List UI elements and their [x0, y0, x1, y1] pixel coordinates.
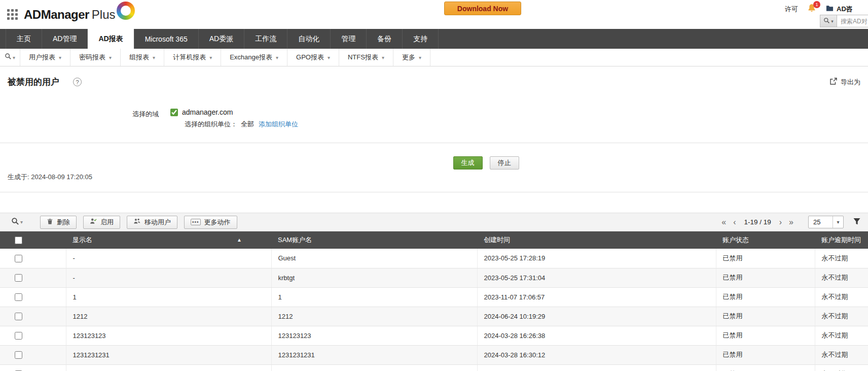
nav-tab[interactable]: 主页	[6, 29, 42, 49]
global-search-input[interactable]	[837, 15, 868, 27]
column-header-status[interactable]: 账户状态	[716, 231, 815, 249]
report-category-menu[interactable]: 更多 ▾	[393, 49, 430, 66]
last-page-button[interactable]: »	[785, 218, 797, 226]
cell-account-status: 已禁用	[716, 326, 815, 345]
next-page-button[interactable]: ›	[776, 218, 785, 226]
nav-tab-label: 备份	[377, 35, 391, 44]
sort-ascending-icon[interactable]: ▲	[237, 237, 242, 243]
table-toolbar: ▾ 删除 启用 移动用户 •••	[0, 213, 868, 231]
select-all-checkbox[interactable]	[15, 237, 22, 244]
help-icon[interactable]: ?	[73, 78, 82, 86]
cell-sam-account: krbtgt	[271, 268, 477, 287]
filter-button[interactable]	[853, 217, 861, 227]
nav-tab[interactable]: 备份	[367, 29, 403, 49]
report-category-menu[interactable]: 用户报表 ▾	[20, 49, 70, 66]
column-header-display-name[interactable]: 显示名 ▲	[66, 231, 271, 249]
pagination-range: 1-19 / 19	[744, 218, 771, 226]
report-category-menu[interactable]: NTFS报表 ▾	[339, 49, 393, 66]
row-checkbox[interactable]	[15, 255, 22, 262]
table-row[interactable]: 1212 1212 2024-06-24 10:19:29 已禁用 永不过期	[0, 307, 868, 326]
table-row[interactable]: - Guest 2023-05-25 17:28:19 已禁用 永不过期	[0, 249, 868, 268]
cell-account-status: 已禁用	[716, 307, 815, 326]
nav-tab-label: AD报表	[98, 35, 123, 44]
table-row[interactable]: - krbtgt 2023-05-25 17:31:04 已禁用 永不过期	[0, 268, 868, 287]
nav-tab[interactable]: 支持	[403, 29, 439, 49]
search-icon	[11, 217, 19, 227]
search-icon	[5, 53, 12, 62]
nav-tab[interactable]: 自动化	[287, 29, 331, 49]
report-category-menu[interactable]: GPO报表 ▾	[287, 49, 339, 66]
cell-sam-account: Guest	[271, 249, 477, 268]
chevron-down-icon: ▾	[276, 55, 278, 60]
stop-button[interactable]: 停止	[490, 156, 519, 170]
nav-tab[interactable]: AD管理	[42, 29, 88, 49]
table-search-button[interactable]: ▾	[11, 217, 23, 227]
report-category-menu[interactable]: Exchange报表 ▾	[221, 49, 287, 66]
report-category-label: 计算机报表	[173, 53, 206, 62]
export-button[interactable]: 导出为	[829, 77, 860, 87]
report-category-menu[interactable]: 组报表 ▾	[121, 49, 164, 66]
report-category-menu[interactable]: 密码报表 ▾	[70, 49, 121, 66]
table-row[interactable]: 123123123 123123123 2024-03-28 16:26:38 …	[0, 326, 868, 345]
generate-button[interactable]: 生成	[453, 156, 483, 170]
cell-display-name: 123567	[66, 364, 271, 371]
enable-label: 启用	[100, 218, 114, 227]
column-header-sam[interactable]: SAM账户名	[271, 231, 477, 249]
chevron-down-icon: ▾	[20, 219, 23, 225]
app-launcher-icon[interactable]	[7, 9, 18, 20]
download-now-button[interactable]: Download Now	[444, 2, 521, 15]
report-content: 被禁用的用户 ? 导出为 选择的域 admanager.com 选择的组织单位：…	[0, 76, 868, 371]
table-row[interactable]: 123567 123567 2024-01-17 10:20:36 已禁用 永不…	[0, 364, 868, 371]
cell-display-name: 1	[66, 287, 271, 307]
delete-label: 删除	[57, 218, 70, 227]
chevron-down-icon: ▾	[382, 55, 384, 60]
row-checkbox[interactable]	[15, 351, 22, 359]
column-header-created[interactable]: 创建时间	[477, 231, 716, 249]
nav-tab-label: 管理	[341, 35, 355, 44]
ad-explorer-button[interactable]: AD咨	[825, 5, 853, 14]
add-ou-link[interactable]: 添加组织单位	[259, 120, 298, 129]
global-search: ▾	[820, 15, 868, 27]
ou-value: 全部	[241, 120, 254, 129]
logo-text-light: Plus	[92, 8, 116, 22]
nav-tab-label: 主页	[17, 35, 31, 44]
row-checkbox[interactable]	[15, 332, 22, 340]
search-scope-button[interactable]: ▾	[820, 15, 837, 27]
cell-account-status: 已禁用	[716, 249, 815, 268]
report-category-label: 用户报表	[29, 53, 55, 62]
cell-account-expiry: 永不过期	[815, 326, 868, 345]
chevron-down-icon: ▾	[153, 55, 155, 60]
first-page-button[interactable]: «	[718, 218, 730, 226]
row-checkbox[interactable]	[15, 293, 22, 301]
domain-checkbox[interactable]	[170, 109, 178, 116]
more-actions-button[interactable]: ••• 更多动作	[184, 216, 237, 229]
nav-tab[interactable]: AD委派	[199, 29, 244, 49]
more-actions-icon: •••	[191, 219, 201, 225]
domain-name: admanager.com	[182, 108, 233, 116]
row-checkbox[interactable]	[15, 274, 22, 282]
nav-tab[interactable]: 管理	[331, 29, 367, 49]
report-category-menu[interactable]: 计算机报表 ▾	[164, 49, 221, 66]
page-size-dropdown[interactable]: 25 ▾	[808, 216, 844, 228]
nav-tab[interactable]: 工作流	[244, 29, 287, 49]
notifications-button[interactable]: 1	[807, 4, 816, 15]
prev-page-button[interactable]: ‹	[730, 218, 739, 226]
nav-tab[interactable]: Microsoft 365	[134, 29, 199, 49]
delete-button[interactable]: 删除	[40, 216, 77, 229]
nav-tab[interactable]: AD报表	[88, 29, 134, 49]
chevron-down-icon: ▾	[13, 55, 15, 60]
column-header-expiry[interactable]: 账户逾期时间	[815, 231, 868, 249]
cell-account-status: 已禁用	[716, 345, 815, 364]
license-link[interactable]: 许可	[785, 5, 798, 14]
enable-button[interactable]: 启用	[83, 216, 120, 229]
row-checkbox[interactable]	[15, 313, 22, 320]
page-title: 被禁用的用户	[8, 76, 59, 88]
export-icon	[829, 77, 838, 87]
table-row[interactable]: 1 1 2023-11-07 17:06:57 已禁用 永不过期	[0, 287, 868, 307]
cell-account-expiry: 永不过期	[815, 307, 868, 326]
report-search-button[interactable]: ▾	[0, 49, 20, 66]
nav-tab-label: 支持	[413, 35, 427, 44]
cell-display-name: -	[66, 249, 271, 268]
move-users-button[interactable]: 移动用户	[127, 216, 177, 229]
table-row[interactable]: 1231231231 1231231231 2024-03-28 16:30:1…	[0, 345, 868, 364]
